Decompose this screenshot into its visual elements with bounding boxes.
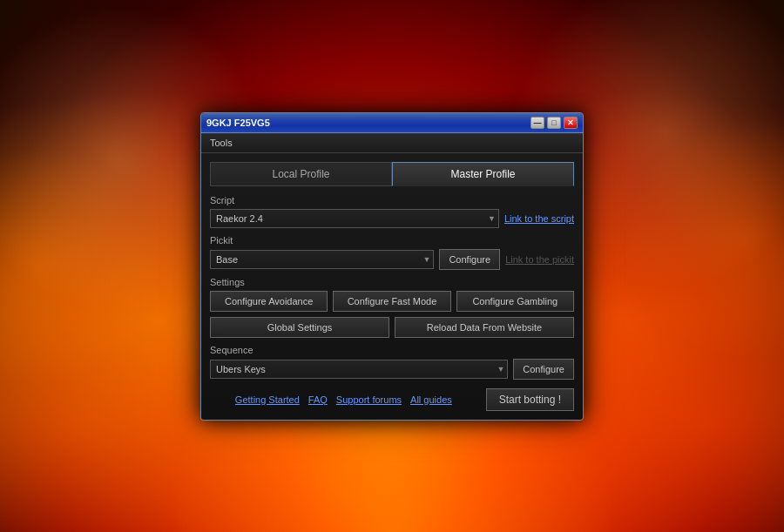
window-container: 9GKJ F25VG5 — □ ✕ Tools Local Profile Ma… [200,112,584,421]
footer-row: Getting Started FAQ Support forums All g… [210,388,574,411]
title-bar-controls: — □ ✕ [531,117,578,129]
window-title: 9GKJ F25VG5 [206,118,270,128]
pickit-dropdown[interactable]: Base [210,250,434,269]
all-guides-link[interactable]: All guides [410,394,452,405]
footer-links: Getting Started FAQ Support forums All g… [210,394,477,405]
title-bar: 9GKJ F25VG5 — □ ✕ [201,113,583,133]
menu-bar: Tools [201,133,583,153]
tab-master-profile[interactable]: Master Profile [392,162,574,186]
window-body: Local Profile Master Profile Script Raek… [201,153,583,420]
pickit-dropdown-wrapper: Base ▼ [210,250,434,269]
support-forums-link[interactable]: Support forums [336,394,402,405]
settings-row: Configure Avoidance Configure Fast Mode … [210,291,574,312]
avoidance-button[interactable]: Configure Avoidance [210,291,328,312]
sequence-configure-button[interactable]: Configure [513,359,574,380]
pickit-configure-button[interactable]: Configure [439,249,500,270]
menu-tools[interactable]: Tools [210,138,233,148]
script-label: Script [210,195,574,205]
sequence-row: Ubers Keys ▼ Configure [210,359,574,380]
sequence-dropdown[interactable]: Ubers Keys [210,360,508,379]
close-button[interactable]: ✕ [564,117,578,129]
fast-mode-button[interactable]: Configure Fast Mode [333,291,450,312]
pickit-label: Pickit [210,235,574,246]
minimize-button[interactable]: — [531,117,544,129]
maximize-button[interactable]: □ [547,117,561,129]
script-dropdown-wrapper: Raekor 2.4 ▼ [210,209,499,228]
reload-data-button[interactable]: Reload Data From Website [395,317,574,338]
script-row: Raekor 2.4 ▼ Link to the script [210,209,574,228]
start-botting-button[interactable]: Start botting ! [486,388,574,411]
global-settings-button[interactable]: Global Settings [210,317,389,338]
pickit-row: Base ▼ Configure Link to the pickit [210,249,574,270]
sequence-label: Sequence [210,345,574,355]
pickit-link[interactable]: Link to the pickit [505,254,574,265]
script-dropdown[interactable]: Raekor 2.4 [210,209,499,228]
gambling-button[interactable]: Configure Gambling [456,291,574,312]
tabs-row: Local Profile Master Profile [210,162,574,186]
script-link[interactable]: Link to the script [504,213,574,224]
tab-local-profile[interactable]: Local Profile [210,162,392,186]
settings-label: Settings [210,277,574,287]
main-window: 9GKJ F25VG5 — □ ✕ Tools Local Profile Ma… [200,112,584,421]
global-reload-row: Global Settings Reload Data From Website [210,317,574,338]
getting-started-link[interactable]: Getting Started [235,394,300,405]
sequence-dropdown-wrapper: Ubers Keys ▼ [210,360,508,379]
faq-link[interactable]: FAQ [308,394,328,405]
